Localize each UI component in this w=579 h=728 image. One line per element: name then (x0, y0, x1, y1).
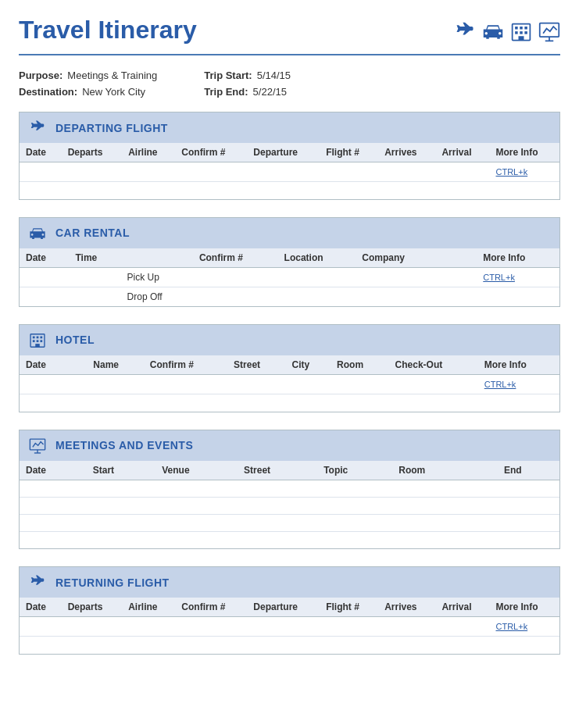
th-arrives: Arrives (378, 143, 435, 162)
trip-start-row: Trip Start: 5/14/15 (204, 70, 291, 81)
returning-flight-header: RETURNING FLIGHT (20, 567, 559, 598)
svg-rect-18 (35, 344, 40, 347)
th-confirm: Confirm # (175, 598, 247, 617)
trip-end-value: 5/22/15 (253, 86, 287, 98)
departing-flight-section: DEPARTING FLIGHT Date Departs Airline Co… (19, 112, 560, 200)
car-rental-ctrl-link: CTRL+k (483, 273, 515, 282)
meetings-icon (29, 437, 46, 455)
svg-rect-14 (40, 337, 42, 339)
hotel-empty-row (20, 394, 559, 412)
meetings-header: MEETINGS AND EVENTS (20, 430, 559, 461)
trip-end-label: Trip End: (204, 86, 248, 98)
car-rental-pickup-row: Pick Up CTRL+k (20, 267, 559, 287)
hotel-icon (510, 20, 532, 43)
car-rental-section: CAR RENTAL Date Time Confirm # Location … (19, 217, 560, 307)
car-rental-icon (29, 224, 46, 242)
meetings-row-4 (20, 531, 559, 548)
th-arrival: Arrival (435, 598, 489, 617)
car-icon (482, 20, 504, 43)
returning-flight-header-row: Date Departs Airline Confirm # Departure… (20, 598, 559, 617)
th-departure: Departure (247, 598, 320, 617)
hotel-data-row: CTRL+k (20, 375, 559, 394)
th-arrives: Arrives (378, 598, 435, 617)
hotel-table: Date Name Confirm # Street City Room Che… (20, 355, 559, 412)
returning-flight-title: RETURNING FLIGHT (55, 576, 170, 589)
car-rental-header: CAR RENTAL (20, 218, 559, 248)
destination-row: Destination: New York City (19, 86, 157, 98)
returning-flight-section: RETURNING FLIGHT Date Departs Airline Co… (19, 566, 560, 655)
th-confirm: Confirm # (144, 355, 227, 375)
hotel-section-icon (29, 331, 46, 349)
th-date: Date (20, 143, 62, 162)
departing-flight-ctrl-link: CTRL+k (495, 167, 527, 177)
th-confirm: Confirm # (193, 248, 278, 268)
th-room: Room (331, 355, 388, 375)
returning-flight-empty-row (20, 637, 559, 654)
trip-info-left: Purpose: Meetings & Training Destination… (19, 70, 157, 98)
th-street: Street (238, 461, 317, 480)
svg-rect-3 (524, 27, 527, 30)
returning-plane-icon (29, 573, 46, 591)
departing-flight-title: DEPARTING FLIGHT (55, 122, 168, 134)
meetings-table: Date Start Venue Street Topic Room End (20, 461, 559, 549)
th-airline: Airline (122, 143, 175, 162)
svg-rect-4 (515, 31, 518, 34)
purpose-label: Purpose: (19, 70, 63, 81)
th-company: Company (356, 248, 439, 268)
hotel-header-row: Date Name Confirm # Street City Room Che… (20, 355, 559, 375)
svg-rect-12 (33, 337, 35, 339)
meetings-header-row: Date Start Venue Street Topic Room End (20, 461, 559, 480)
departing-flight-data-row: CTRL+k (20, 162, 559, 182)
trip-start-value: 5/14/15 (257, 70, 291, 81)
svg-rect-16 (37, 340, 39, 342)
hotel-ctrl-link: CTRL+k (484, 380, 516, 389)
th-arrival: Arrival (435, 143, 489, 162)
returning-flight-data-row: CTRL+k (20, 617, 559, 637)
page-header: Travel Itinerary (19, 16, 560, 55)
th-empty3 (458, 248, 477, 268)
th-departure: Departure (247, 143, 320, 162)
th-date: Date (20, 461, 87, 480)
th-date: Date (20, 248, 69, 268)
th-time: Time (69, 248, 120, 268)
th-topic: Topic (317, 461, 392, 480)
th-moreinfo: More Info (478, 355, 559, 375)
th-moreinfo: More Info (489, 143, 559, 162)
returning-flight-ctrl-link: CTRL+k (495, 622, 527, 631)
th-empty2 (439, 248, 458, 268)
th-room: Room (392, 461, 472, 480)
destination-label: Destination: (19, 86, 77, 98)
trip-end-row: Trip End: 5/22/15 (204, 86, 291, 98)
header-icons (454, 16, 560, 43)
th-street: Street (227, 355, 285, 375)
returning-flight-table: Date Departs Airline Confirm # Departure… (20, 598, 559, 654)
th-moreinfo: More Info (477, 248, 559, 268)
th-date: Date (20, 355, 69, 375)
th-empty (69, 355, 88, 375)
pickup-label: Pick Up (121, 267, 193, 287)
car-rental-table: Date Time Confirm # Location Company Mor… (20, 248, 559, 306)
th-flight: Flight # (320, 598, 378, 617)
meetings-row-2 (20, 497, 559, 514)
departing-flight-header: DEPARTING FLIGHT (20, 112, 559, 143)
th-airline: Airline (122, 598, 175, 617)
svg-rect-6 (524, 31, 527, 34)
th-city: City (286, 355, 331, 375)
svg-rect-7 (519, 36, 524, 40)
destination-value: New York City (82, 86, 145, 98)
purpose-value: Meetings & Training (67, 70, 157, 81)
departing-flight-header-row: Date Departs Airline Confirm # Departure… (20, 143, 559, 162)
page-title: Travel Itinerary (19, 16, 197, 45)
meetings-row-3 (20, 514, 559, 531)
th-checkout: Check-Out (389, 355, 478, 375)
hotel-section: HOTEL Date Name Confirm # Street City Ro… (19, 324, 560, 412)
chart-icon (538, 20, 560, 43)
trip-info: Purpose: Meetings & Training Destination… (19, 70, 560, 98)
purpose-row: Purpose: Meetings & Training (19, 70, 157, 81)
th-moreinfo: More Info (489, 598, 559, 617)
trip-info-right: Trip Start: 5/14/15 Trip End: 5/22/15 (204, 70, 291, 98)
hotel-header: HOTEL (20, 325, 559, 355)
meetings-row-1 (20, 480, 559, 497)
car-rental-title: CAR RENTAL (55, 227, 130, 239)
hotel-title: HOTEL (55, 334, 95, 346)
